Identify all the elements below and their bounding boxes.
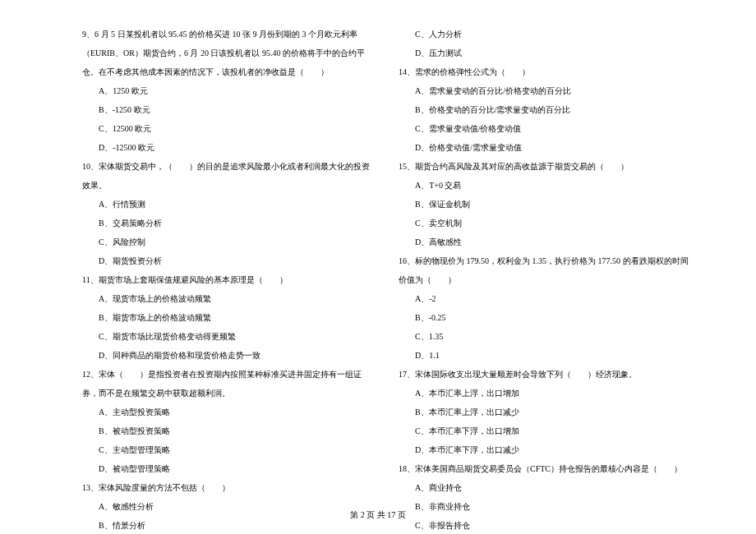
- q11-text: 11、期货市场上套期保值规避风险的基本原理是（ ）: [82, 270, 374, 289]
- q11-option-d: D、同种商品的期货价格和现货价格走势一致: [82, 346, 374, 365]
- q16-text: 16、标的物现价为 179.50，权利金为 1.35，执行价格为 177.50 …: [399, 251, 690, 289]
- q10-text: 10、宋体期货交易中，（ ）的目的是追求风险最小化或者利润最大化的投资效果。: [82, 157, 374, 195]
- left-column: 9、6 月 5 日某投机者以 95.45 的价格买进 10 张 9 月份到期的 …: [82, 25, 374, 534]
- q16-option-b: B、-0.25: [399, 308, 690, 327]
- page-footer: 第 2 页 共 17 页: [0, 509, 756, 521]
- q14-text: 14、需求的价格弹性公式为（ ）: [399, 62, 690, 81]
- q11-option-c: C、期货市场比现货价格变动得更频繁: [82, 327, 374, 346]
- q18-option-a: A、商业持仓: [399, 478, 690, 497]
- q16-option-a: A、-2: [399, 289, 690, 308]
- q15-text: 15、期货合约高风险及其对应的高收益源于期货交易的（ ）: [399, 157, 690, 176]
- q15-option-d: D、高敏感性: [399, 232, 690, 251]
- q15-option-b: B、保证金机制: [399, 195, 690, 214]
- q9-option-b: B、-1250 欧元: [82, 100, 374, 119]
- q16-option-c: C、1.35: [399, 327, 690, 346]
- right-column: C、人力分析 D、压力测试 14、需求的价格弹性公式为（ ） A、需求量变动的百…: [399, 25, 690, 534]
- q9-option-a: A、1250 欧元: [82, 81, 374, 100]
- q18-text: 18、宋体美国商品期货交易委员会（CFTC）持仓报告的最核心内容是（ ）: [399, 459, 690, 478]
- q12-option-b: B、被动型投资策略: [82, 421, 374, 440]
- q14-option-a: A、需求量变动的百分比/价格变动的百分比: [399, 81, 690, 100]
- q12-option-d: D、被动型管理策略: [82, 459, 374, 478]
- q9-option-d: D、-12500 欧元: [82, 138, 374, 157]
- q12-text: 12、宋体（ ）是指投资者在投资期内按照某种标准买进并固定持有一组证券，而不是在…: [82, 365, 374, 403]
- q15-option-a: A、T+0 交易: [399, 176, 690, 195]
- q17-text: 17、宋体国际收支出现大量顺差时会导致下列（ ）经济现象。: [399, 365, 690, 384]
- q12-option-c: C、主动型管理策略: [82, 440, 374, 459]
- q10-option-c: C、风险控制: [82, 232, 374, 251]
- q12-option-a: A、主动型投资策略: [82, 403, 374, 421]
- q17-option-b: B、本币汇率上浮，出口减少: [399, 403, 690, 421]
- q13-text: 13、宋体风险度量的方法不包括（ ）: [82, 478, 374, 497]
- q14-option-d: D、价格变动值/需求量变动值: [399, 138, 690, 157]
- q17-option-a: A、本币汇率上浮，出口增加: [399, 384, 690, 403]
- q10-option-b: B、交易策略分析: [82, 214, 374, 232]
- q17-option-c: C、本币汇率下浮，出口增加: [399, 421, 690, 440]
- q9-text: 9、6 月 5 日某投机者以 95.45 的价格买进 10 张 9 月份到期的 …: [82, 25, 374, 81]
- q16-option-d: D、1.1: [399, 346, 690, 365]
- q17-option-d: D、本币汇率下浮，出口减少: [399, 440, 690, 459]
- q10-option-a: A、行情预测: [82, 195, 374, 214]
- q11-option-a: A、现货市场上的价格波动频繁: [82, 289, 374, 308]
- q13-option-d: D、压力测试: [399, 44, 690, 62]
- q9-option-c: C、12500 欧元: [82, 119, 374, 138]
- two-column-layout: 9、6 月 5 日某投机者以 95.45 的价格买进 10 张 9 月份到期的 …: [82, 25, 690, 534]
- q15-option-c: C、卖空机制: [399, 214, 690, 232]
- q14-option-c: C、需求量变动值/价格变动值: [399, 119, 690, 138]
- q10-option-d: D、期货投资分析: [82, 251, 374, 270]
- q13-option-c: C、人力分析: [399, 25, 690, 44]
- q11-option-b: B、期货市场上的价格波动频繁: [82, 308, 374, 327]
- q14-option-b: B、价格变动的百分比/需求量变动的百分比: [399, 100, 690, 119]
